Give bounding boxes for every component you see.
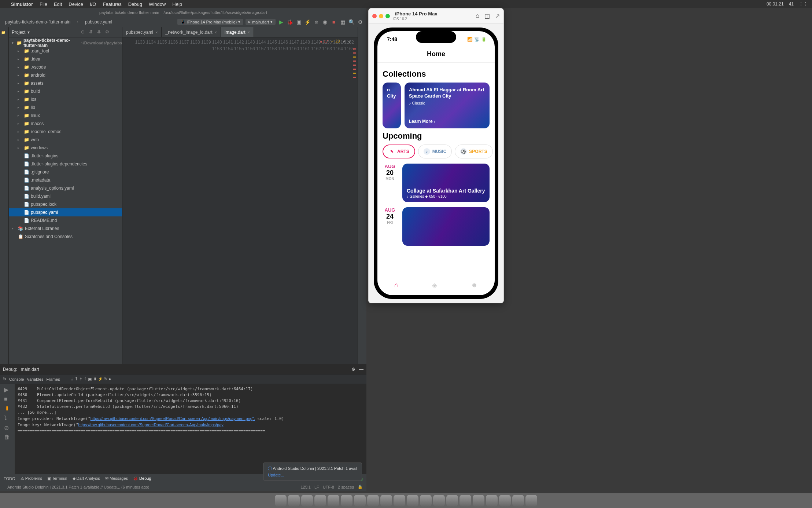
locate-icon[interactable]: ⊙ — [81, 29, 87, 35]
encoding[interactable]: UTF-8 — [323, 485, 334, 489]
todo-tab[interactable]: TODO — [4, 476, 15, 481]
tree-item-macos[interactable]: ▸📁macos — [9, 120, 122, 128]
inspection-widget[interactable]: ● 17 ✓ 23 ʌv — [320, 39, 350, 44]
run-config-selector[interactable]: ▸ main.dart ▾ — [246, 19, 276, 25]
messages-tab[interactable]: ✉ Messages — [105, 476, 128, 481]
tab-profile-icon[interactable]: ☻ — [471, 281, 478, 289]
lock-icon[interactable]: 🔒 — [358, 485, 363, 489]
menu-help[interactable]: Help — [172, 1, 182, 7]
trash-icon[interactable]: 🗑 — [4, 434, 11, 441]
rotate-icon[interactable]: ↗ — [495, 12, 500, 19]
tree-item-analysis_options.yaml[interactable]: 📄analysis_options.yaml — [9, 184, 122, 192]
tab-tickets-icon[interactable]: ◈ — [432, 281, 437, 289]
debug-console[interactable]: #429 MultiChildRenderObjectElement.updat… — [15, 384, 366, 474]
tree-item-.vscode[interactable]: ▸📁.vscode — [9, 63, 122, 71]
menu-edit[interactable]: Edit — [54, 1, 62, 7]
tree-item-.gitignore[interactable]: 📄.gitignore — [9, 168, 122, 176]
attach-button[interactable]: ⎋ — [313, 19, 320, 25]
project-tree[interactable]: ▾📁paytabs-tickets-demo-flutter-main~/Dow… — [9, 37, 122, 364]
debug-tab[interactable]: 🐞 Debug — [133, 476, 151, 481]
phone-screen[interactable]: 7:48 📶📡🔋 Home Collections n City Ahmad A… — [377, 31, 495, 295]
run-button[interactable]: ▶ — [278, 19, 284, 25]
profile-button[interactable]: ◉ — [322, 19, 328, 25]
tree-item-lib[interactable]: ▸📁lib — [9, 103, 122, 112]
wifi-icon[interactable]: ⋮⋮ — [799, 1, 808, 7]
chip-sports[interactable]: ⚽SPORTS — [455, 145, 492, 158]
step-icon[interactable]: ⤵ — [4, 415, 11, 421]
menu-io[interactable]: I/O — [90, 1, 96, 7]
hot-reload-button[interactable]: ⚡ — [304, 19, 311, 25]
tree-item-ios[interactable]: ▸📁ios — [9, 95, 122, 103]
tree-item-linux[interactable]: ▸📁linux — [9, 112, 122, 120]
debug-settings-icon[interactable]: ⚙ — [351, 367, 355, 372]
rerun-icon[interactable]: ▶ — [4, 386, 11, 393]
tab-image-dart[interactable]: image.dart× — [221, 27, 254, 37]
menu-features[interactable]: Features — [103, 1, 121, 7]
macos-dock[interactable] — [0, 493, 812, 508]
search-button[interactable]: 🔍 — [348, 19, 355, 25]
dart-analysis-tab[interactable]: ◆ Dart Analysis — [73, 476, 100, 481]
settings-button[interactable]: ⚙ — [357, 19, 363, 25]
update-notification[interactable]: ⓘ Android Studio Dolphin | 2021.3.1 Patc… — [263, 463, 362, 480]
project-panel-title[interactable]: Project — [12, 30, 25, 35]
tree-item-.idea[interactable]: ▸📁.idea — [9, 55, 122, 63]
tree-item-android[interactable]: ▸📁android — [9, 71, 122, 79]
device-selector[interactable]: 📱 iPhone 14 Pro Max (mobile) ▾ — [177, 19, 243, 25]
tree-item-pubspec.lock[interactable]: 📄pubspec.lock — [9, 200, 122, 208]
screenshot-icon[interactable]: ◫ — [484, 12, 490, 19]
mute-bp-icon[interactable]: ⊘ — [4, 424, 11, 431]
tree-item-.dart_tool[interactable]: ▸📁.dart_tool — [9, 47, 122, 55]
breadcrumb-file[interactable]: pubspec.yaml — [83, 19, 114, 25]
stop-button[interactable]: ■ — [331, 19, 337, 25]
indent[interactable]: 2 spaces — [338, 485, 354, 489]
debug-frames-tab[interactable]: Frames — [46, 377, 60, 381]
tree-item-windows[interactable]: ▸📁windows — [9, 144, 122, 152]
dock-app[interactable] — [275, 495, 287, 507]
tab-pubspec[interactable]: pubspec.yaml× — [122, 27, 162, 37]
tree-item-assets[interactable]: ▸📁assets — [9, 79, 122, 87]
home-icon[interactable]: ⌂ — [476, 12, 479, 19]
menubar-app[interactable]: Simulator — [11, 1, 33, 7]
collapse-icon[interactable]: ⇊ — [97, 29, 103, 35]
tree-item-.flutter-plugins[interactable]: 📄.flutter-plugins — [9, 152, 122, 160]
event-row-1[interactable]: AUG 24 FRI — [383, 207, 490, 246]
chip-arts[interactable]: ✎ARTS — [383, 145, 415, 158]
collection-card[interactable]: Ahmad Ali El Haggar at Room Art Space Ga… — [405, 83, 490, 128]
menu-device[interactable]: Device — [69, 1, 83, 7]
menu-debug[interactable]: Debug — [128, 1, 142, 7]
expand-icon[interactable]: ⇵ — [89, 29, 95, 35]
coverage-button[interactable]: ▣ — [295, 19, 302, 25]
pause-icon[interactable]: ⏸ — [4, 405, 11, 412]
event-card-1[interactable] — [402, 207, 490, 246]
tab-network-image[interactable]: _network_image_io.dart× — [162, 27, 221, 37]
tree-item-pubspec.yaml[interactable]: 📄pubspec.yaml — [9, 208, 122, 216]
debug-console-tab[interactable]: Console — [9, 377, 24, 381]
menu-window[interactable]: Window — [149, 1, 166, 7]
close-button[interactable] — [372, 14, 377, 18]
debug-variables-tab[interactable]: Variables — [27, 377, 43, 381]
menu-file[interactable]: File — [40, 1, 47, 7]
debug-hide-icon[interactable]: — — [359, 367, 363, 372]
line-separator[interactable]: LF — [314, 485, 319, 489]
terminal-tab[interactable]: ▣ Terminal — [47, 476, 67, 481]
tree-item-build.yaml[interactable]: 📄build.yaml — [9, 192, 122, 200]
debug-button[interactable]: 🐞 — [287, 19, 293, 25]
gear-icon[interactable]: ⚙ — [105, 29, 111, 35]
tree-item-.metadata[interactable]: 📄.metadata — [9, 176, 122, 184]
collection-card-peek[interactable]: n City — [383, 83, 401, 128]
debug-restart-icon[interactable]: ↻ — [3, 377, 6, 381]
problems-tab[interactable]: ⚠ Problems — [21, 476, 43, 481]
debug-run-config[interactable]: main.dart — [21, 367, 39, 372]
status-message[interactable]: Android Studio Dolphin | 2021.3.1 Patch … — [7, 485, 150, 489]
caret-position[interactable]: 125:1 — [300, 485, 311, 489]
learn-more-link[interactable]: Learn More › — [409, 119, 485, 124]
collections-carousel[interactable]: n City Ahmad Ali El Haggar at Room Art S… — [383, 83, 490, 128]
stop-debug-icon[interactable]: ■ — [4, 396, 11, 402]
zoom-button[interactable] — [385, 14, 390, 18]
event-card-0[interactable]: Collage at Safarkhan Art Gallery ♪ Galle… — [402, 164, 490, 202]
tree-item-README.md[interactable]: 📄README.md — [9, 216, 122, 224]
chip-music[interactable]: ♪MUSIC — [418, 145, 452, 158]
code-editor[interactable]: 1133 1134 1135 1136 1137 1138 1139 1140 … — [122, 37, 358, 364]
project-tool-button[interactable]: 📁 — [1, 29, 7, 35]
layout-button[interactable]: ▦ — [339, 19, 346, 25]
